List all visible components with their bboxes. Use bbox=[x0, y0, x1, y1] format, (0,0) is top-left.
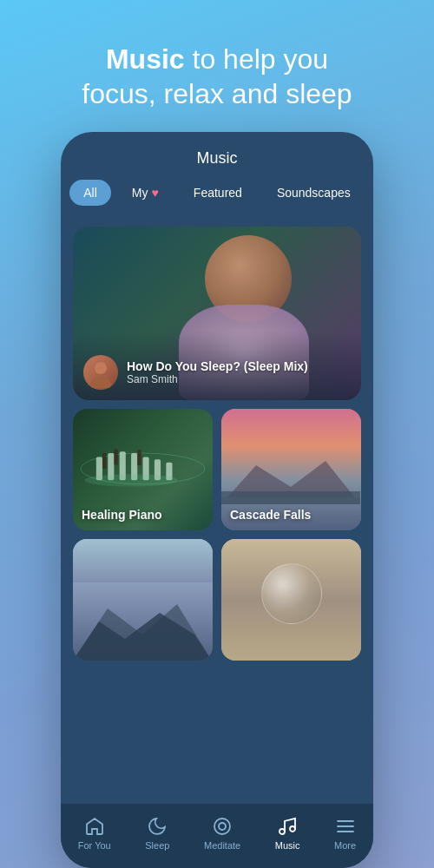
svg-point-13 bbox=[84, 474, 177, 486]
hero-section: Music to help you focus, relax and sleep bbox=[56, 0, 378, 132]
svg-rect-16 bbox=[221, 497, 360, 504]
svg-point-21 bbox=[279, 829, 285, 834]
svg-point-19 bbox=[214, 819, 230, 834]
card-content: How Do You Sleep? (Sleep Mix) Sam Smith bbox=[61, 216, 373, 804]
bottom-nav: For You Sleep Meditate bbox=[61, 804, 373, 868]
svg-rect-12 bbox=[137, 450, 141, 465]
svg-point-20 bbox=[219, 823, 226, 830]
svg-point-1 bbox=[90, 377, 111, 388]
mini-card-mountains[interactable] bbox=[73, 539, 213, 661]
hero-bold: Music bbox=[106, 43, 185, 75]
home-icon bbox=[84, 816, 105, 837]
mini-card-sphere[interactable] bbox=[221, 539, 361, 661]
nav-sleep[interactable]: Sleep bbox=[135, 812, 180, 854]
healing-piano-label: Healing Piano bbox=[82, 508, 162, 522]
filter-featured[interactable]: Featured bbox=[180, 180, 256, 206]
cascade-falls-label: Cascade Falls bbox=[230, 508, 311, 522]
nav-for-you[interactable]: For You bbox=[68, 812, 122, 854]
hero-normal: to help you bbox=[193, 43, 329, 75]
card-title: Music bbox=[78, 149, 356, 168]
card-header: Music All My ♥ Featured Soundscapes bbox=[61, 132, 373, 216]
artist-avatar bbox=[83, 355, 118, 390]
more-icon bbox=[335, 816, 356, 837]
nav-meditate[interactable]: Meditate bbox=[194, 812, 251, 854]
featured-card[interactable]: How Do You Sleep? (Sleep Mix) Sam Smith bbox=[73, 227, 361, 400]
filter-all[interactable]: All bbox=[69, 180, 111, 206]
mountains-visual bbox=[73, 591, 213, 661]
piano-visual bbox=[73, 426, 213, 496]
featured-song-title: How Do You Sleep? (Sleep Mix) bbox=[127, 359, 308, 373]
nav-more[interactable]: More bbox=[324, 812, 366, 854]
nav-music[interactable]: Music bbox=[265, 812, 311, 854]
phone-card: Music All My ♥ Featured Soundscapes bbox=[61, 132, 373, 868]
nav-music-label: Music bbox=[275, 840, 300, 851]
featured-card-info: How Do You Sleep? (Sleep Mix) Sam Smith bbox=[83, 355, 308, 390]
bottom-spacer bbox=[73, 669, 361, 678]
mini-card-healing-piano[interactable]: Healing Piano bbox=[73, 409, 213, 530]
nav-sleep-label: Sleep bbox=[145, 840, 169, 851]
music-icon bbox=[277, 816, 298, 837]
filter-my[interactable]: My ♥ bbox=[118, 180, 173, 206]
svg-rect-11 bbox=[114, 450, 117, 465]
cascade-mountains bbox=[221, 452, 361, 504]
meditate-icon bbox=[212, 816, 233, 837]
sleep-icon bbox=[147, 816, 168, 837]
svg-marker-18 bbox=[73, 613, 212, 661]
mountains-sky bbox=[73, 539, 213, 582]
featured-song-info: How Do You Sleep? (Sleep Mix) Sam Smith bbox=[127, 359, 308, 385]
mini-cards-grid: Healing Piano Cascade Falls bbox=[73, 409, 361, 661]
filter-tabs: All My ♥ Featured Soundscapes bbox=[78, 180, 356, 206]
mini-card-cascade-falls[interactable]: Cascade Falls bbox=[221, 409, 361, 530]
featured-song-artist: Sam Smith bbox=[127, 373, 308, 385]
svg-point-22 bbox=[290, 826, 295, 832]
hero-line2: focus, relax and sleep bbox=[82, 78, 352, 109]
filter-soundscapes[interactable]: Soundscapes bbox=[263, 180, 365, 206]
nav-meditate-label: Meditate bbox=[204, 840, 240, 851]
svg-rect-10 bbox=[102, 453, 106, 469]
sphere-visual bbox=[261, 563, 322, 624]
nav-more-label: More bbox=[334, 840, 356, 851]
svg-point-0 bbox=[95, 362, 107, 374]
nav-for-you-label: For You bbox=[78, 840, 111, 851]
